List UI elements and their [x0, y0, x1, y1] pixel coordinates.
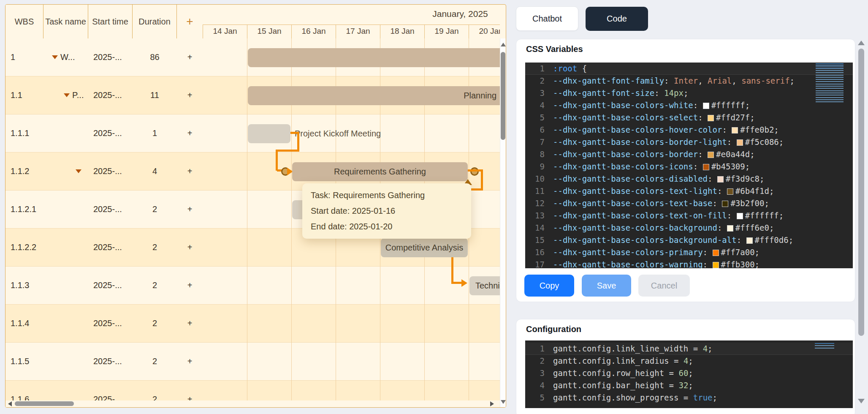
- add-task-button[interactable]: +: [177, 229, 203, 266]
- tab-code[interactable]: Code: [586, 7, 648, 31]
- scroll-right-icon[interactable]: [490, 401, 494, 406]
- day-header-cell: 20 Jan: [469, 25, 500, 38]
- wbs-cell: 1.1.2: [5, 153, 43, 190]
- code-line: 10--dhx-gantt-base-colors-disabled: #f3d…: [525, 173, 853, 185]
- grid-header-cell[interactable]: Start time: [88, 5, 133, 38]
- project-bar[interactable]: [248, 48, 500, 67]
- expand-arrow-icon[interactable]: [52, 55, 58, 59]
- grid-row[interactable]: 1.1P...2025-...11+: [5, 76, 203, 114]
- line-number: 12: [525, 197, 553, 210]
- code-text: --dhx-gantt-base-colors-text-on-fill: #f…: [553, 210, 784, 222]
- start-time-cell: 2025-...: [88, 153, 133, 190]
- tooltip-task: Task: Requirements Gathering: [311, 188, 463, 203]
- add-task-button[interactable]: +: [177, 343, 203, 380]
- planning-bar[interactable]: [248, 86, 500, 105]
- add-task-button[interactable]: +: [177, 153, 203, 190]
- code-text: --dhx-gantt-base-colors-background: #fff…: [553, 222, 774, 234]
- line-number: 11: [525, 185, 553, 197]
- requirements-gathering-bar[interactable]: Requirements Gathering: [292, 162, 468, 181]
- grid-row[interactable]: 1W...2025-...86+: [5, 38, 203, 76]
- add-task-button[interactable]: +: [177, 76, 203, 114]
- color-swatch: [703, 103, 709, 109]
- grid-row[interactable]: 1.1.22025-...4+: [5, 153, 203, 191]
- bar-side-label: Planning: [464, 86, 496, 105]
- task-name-cell: P...: [43, 76, 88, 114]
- scroll-down-icon[interactable]: [501, 400, 506, 404]
- code-text: --dhx-gantt-base-colors-warning: #ffb300…: [553, 259, 760, 268]
- day-header-cell: 14 Jan: [203, 25, 247, 38]
- add-task-button[interactable]: +: [177, 267, 203, 304]
- task-name-cell: [43, 381, 88, 400]
- editor-minimap[interactable]: [815, 343, 834, 349]
- kickoff-meeting-bar[interactable]: [248, 124, 290, 143]
- task-name-cell: [43, 229, 88, 266]
- code-text: --dhx-gantt-font-size: 14px;: [553, 87, 688, 99]
- cancel-button[interactable]: Cancel: [638, 275, 690, 297]
- scroll-up-icon[interactable]: [501, 43, 506, 46]
- add-task-button[interactable]: +: [177, 381, 203, 400]
- line-number: 13: [525, 210, 553, 222]
- start-time-cell: 2025-...: [88, 76, 133, 114]
- competitive-analysis-bar[interactable]: Competitive Analysis: [381, 238, 468, 257]
- configuration-editor[interactable]: 1gantt.config.link_line_width = 4;2gantt…: [525, 340, 853, 408]
- grid-row[interactable]: 1.1.52025-...2+: [5, 343, 203, 381]
- grid-header-cell[interactable]: WBS: [5, 5, 43, 38]
- tab-chatbot[interactable]: Chatbot: [516, 6, 578, 31]
- grid-header-cell[interactable]: Task name: [43, 5, 88, 38]
- grid-rows: 1W...2025-...86+1.1P...2025-...11+1.1.12…: [5, 38, 203, 400]
- grid-row[interactable]: 1.1.62025-...2+: [5, 381, 203, 400]
- duration-cell: 1: [133, 114, 177, 152]
- add-task-button[interactable]: +: [177, 191, 203, 228]
- expand-arrow-icon[interactable]: [76, 169, 81, 173]
- editor-minimap[interactable]: [816, 63, 844, 102]
- start-time-cell: 2025-...: [88, 305, 133, 342]
- duration-cell: 2: [133, 343, 177, 380]
- task-name-label: P...: [72, 90, 84, 100]
- grid-row[interactable]: 1.1.2.22025-...2+: [5, 229, 203, 267]
- scroll-left-icon[interactable]: [8, 401, 12, 406]
- start-time-cell: 2025-...: [88, 114, 133, 152]
- technical-feasibility-bar[interactable]: Technical Feasibility: [469, 276, 500, 295]
- page-scroll-up-icon[interactable]: [858, 41, 865, 45]
- code-text: --dhx-gantt-base-colors-border-light: #f…: [553, 136, 784, 148]
- grid-row[interactable]: 1.1.42025-...2+: [5, 305, 203, 343]
- css-variables-editor[interactable]: 1:root {2--dhx-gantt-font-family: Inter,…: [525, 63, 853, 268]
- task-name-cell: W...: [43, 38, 88, 76]
- expand-arrow-icon[interactable]: [64, 93, 70, 97]
- grid-row[interactable]: 1.1.32025-...2+: [5, 267, 203, 305]
- grid-row[interactable]: 1.1.2.12025-...2+: [5, 191, 203, 229]
- color-swatch: [722, 201, 728, 207]
- add-task-button[interactable]: +: [177, 38, 203, 76]
- add-task-button[interactable]: +: [177, 305, 203, 342]
- duration-cell: 86: [133, 38, 177, 76]
- page-scrollbar-thumb[interactable]: [858, 49, 864, 336]
- add-task-button[interactable]: +: [177, 114, 203, 152]
- task-name-label: W...: [60, 52, 75, 62]
- code-line: 5gantt.config.show_progress = true;: [525, 392, 853, 404]
- gantt-vertical-scrollbar[interactable]: [500, 38, 506, 407]
- color-swatch: [727, 225, 733, 232]
- code-line: 5--dhx-gantt-base-colors-select: #ffd27f…: [525, 112, 853, 124]
- horizontal-scrollbar-thumb[interactable]: [15, 401, 74, 406]
- code-line: 17--dhx-gantt-base-colors-warning: #ffb3…: [525, 259, 853, 268]
- vertical-scrollbar-thumb[interactable]: [501, 52, 505, 140]
- color-swatch: [713, 262, 719, 268]
- code-text: gantt.config.show_progress = true;: [553, 392, 717, 404]
- line-number: 2: [525, 355, 553, 367]
- grid-row[interactable]: 1.1.12025-...1+: [5, 114, 203, 153]
- code-text: --dhx-gantt-base-colors-hover-color: #ff…: [553, 124, 779, 136]
- save-button[interactable]: Save: [582, 275, 631, 297]
- link-kickoff-requirements: [276, 150, 299, 152]
- link-kickoff-requirements: [297, 132, 299, 152]
- grid-header-cell[interactable]: Duration: [133, 5, 177, 38]
- wbs-cell: 1.1.2.2: [5, 229, 43, 266]
- grid-header-cell[interactable]: +: [177, 5, 203, 38]
- color-swatch: [717, 176, 724, 182]
- code-text: --dhx-gantt-base-colors-primary: #ff7a00…: [553, 246, 760, 259]
- copy-button[interactable]: Copy: [524, 275, 574, 297]
- gantt-widget: WBSTask nameStart timeDuration+ 1W...202…: [5, 4, 506, 408]
- duration-cell: 4: [133, 153, 177, 190]
- duration-cell: 2: [133, 267, 177, 304]
- gantt-horizontal-scrollbar[interactable]: [5, 400, 500, 407]
- page-scroll-down-icon[interactable]: [858, 399, 865, 403]
